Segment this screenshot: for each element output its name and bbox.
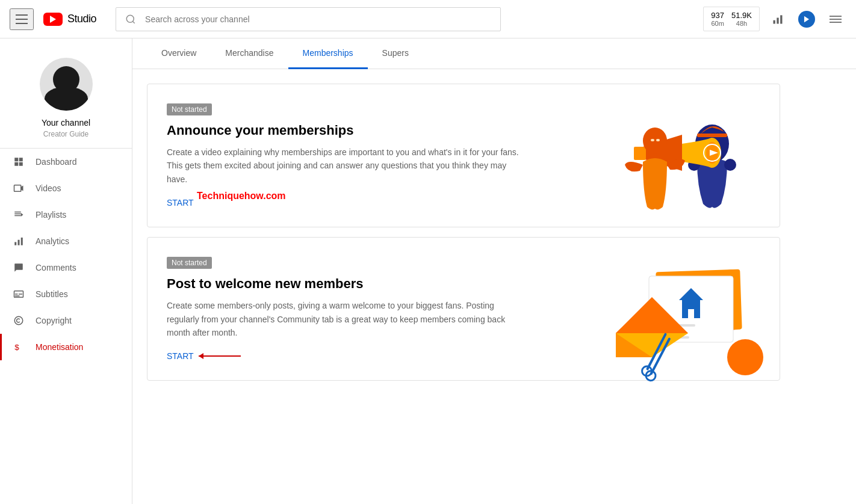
sidebar: Your channel Creator Guide Dashboard	[0, 38, 132, 504]
svg-rect-6	[830, 19, 842, 20]
sidebar-item-comments[interactable]: Comments	[0, 254, 132, 281]
svg-rect-19	[18, 240, 20, 245]
card-welcome-content: Not started Post to welcome new members …	[167, 257, 528, 361]
search-bar	[116, 7, 501, 31]
svg-text:$: $	[14, 343, 19, 352]
svg-point-0	[126, 15, 134, 22]
start-arrow-annotation: START	[167, 351, 528, 361]
layout: Your channel Creator Guide Dashboard	[0, 38, 856, 504]
card-announce-start[interactable]: START	[167, 198, 194, 207]
stat-views-value: 937	[711, 11, 724, 20]
svg-rect-12	[14, 185, 21, 192]
svg-rect-16	[14, 215, 21, 217]
card-welcome-start[interactable]: START	[167, 351, 194, 361]
card-welcome-desc: Create some members-only posts, giving a…	[167, 299, 528, 339]
svg-rect-22	[15, 293, 18, 295]
sidebar-item-subtitles[interactable]: Subtitles	[0, 281, 132, 307]
header: Studio 937 60m 51.9K 48h	[0, 0, 856, 38]
sidebar-item-videos[interactable]: Videos	[0, 175, 132, 201]
svg-rect-20	[21, 238, 23, 245]
card-announce-badge: Not started	[167, 103, 212, 115]
illustration-welcome	[592, 261, 760, 357]
hamburger-button[interactable]	[10, 8, 34, 30]
svg-rect-11	[19, 162, 23, 166]
svg-rect-2	[777, 17, 778, 23]
card-welcome: Not started Post to welcome new members …	[147, 237, 780, 381]
main-content: Overview Merchandise Memberships Supers …	[132, 38, 856, 504]
svg-rect-10	[14, 162, 18, 166]
youtube-icon	[43, 13, 63, 26]
sidebar-item-analytics[interactable]: Analytics	[0, 228, 132, 254]
svg-point-36	[643, 128, 667, 154]
sidebar-label-analytics: Analytics	[36, 236, 69, 246]
card-announce-desc: Create a video explaining why membership…	[167, 146, 528, 186]
cards-container: Not started Announce your memberships Cr…	[132, 69, 795, 395]
sidebar-item-monetisation[interactable]: $ Monetisation	[0, 334, 132, 360]
comment-icon	[11, 260, 26, 275]
svg-rect-9	[19, 158, 23, 161]
red-arrow-annotation	[199, 351, 247, 361]
stat-subs-label: 48h	[736, 20, 747, 27]
stat-views: 937 60m	[711, 11, 724, 27]
svg-rect-28	[697, 134, 727, 137]
sidebar-label-monetisation: Monetisation	[36, 342, 83, 352]
channel-icon-button[interactable]	[796, 8, 817, 30]
svg-rect-15	[14, 214, 21, 215]
watermark-1: Techniquehow.com	[197, 191, 286, 201]
bar-chart-icon	[11, 234, 26, 248]
tab-memberships[interactable]: Memberships	[288, 38, 368, 69]
svg-rect-7	[830, 22, 842, 23]
dollar-icon: $	[11, 340, 26, 354]
sidebar-nav: Dashboard Videos	[0, 149, 132, 360]
stat-subs: 51.9K 48h	[731, 11, 752, 27]
svg-point-50	[727, 339, 763, 375]
svg-point-25	[14, 316, 23, 325]
card-welcome-title: Post to welcome new members	[167, 276, 528, 292]
illustration-announce	[592, 108, 760, 204]
svg-rect-14	[14, 212, 21, 213]
svg-point-49	[644, 369, 658, 383]
tabs-bar: Overview Merchandise Memberships Supers	[132, 38, 856, 69]
channel-section: Your channel Creator Guide	[0, 43, 132, 149]
tab-merchandise[interactable]: Merchandise	[211, 38, 288, 69]
search-icon	[116, 8, 145, 31]
stat-views-label: 60m	[711, 20, 724, 27]
menu-button[interactable]	[825, 8, 846, 30]
list-icon	[11, 207, 26, 222]
avatar-body	[45, 87, 88, 111]
stats-box: 937 60m 51.9K 48h	[703, 7, 760, 31]
tab-overview[interactable]: Overview	[147, 38, 211, 69]
svg-rect-24	[15, 295, 20, 297]
logo[interactable]: Studio	[43, 13, 96, 26]
svg-point-30	[724, 159, 736, 171]
creator-guide: Creator Guide	[43, 130, 88, 138]
analytics-icon-button[interactable]	[767, 8, 789, 30]
sidebar-item-playlists[interactable]: Playlists	[0, 201, 132, 228]
svg-rect-18	[14, 242, 16, 245]
copyright-icon	[11, 313, 26, 328]
search-input[interactable]	[145, 14, 500, 24]
svg-rect-38	[656, 139, 660, 141]
video-icon	[11, 181, 26, 195]
sidebar-item-dashboard[interactable]: Dashboard	[0, 149, 132, 175]
card-announce-content: Not started Announce your memberships Cr…	[167, 103, 528, 207]
svg-rect-3	[780, 15, 782, 23]
sidebar-label-subtitles: Subtitles	[36, 289, 68, 299]
card-announce-title: Announce your memberships	[167, 123, 528, 138]
sidebar-label-playlists: Playlists	[36, 210, 66, 220]
card-announce: Not started Announce your memberships Cr…	[147, 84, 780, 227]
sidebar-label-videos: Videos	[36, 183, 61, 193]
card-welcome-badge: Not started	[167, 257, 212, 269]
grid-icon	[11, 155, 26, 169]
svg-rect-8	[14, 158, 18, 161]
sidebar-item-copyright[interactable]: Copyright	[0, 307, 132, 334]
header-left: Studio	[10, 8, 96, 30]
svg-rect-5	[830, 16, 842, 17]
sidebar-label-copyright: Copyright	[36, 316, 72, 325]
svg-rect-23	[19, 293, 22, 295]
channel-name: Your channel	[42, 118, 90, 128]
svg-rect-31	[634, 147, 646, 160]
avatar	[40, 58, 93, 111]
svg-marker-17	[21, 213, 23, 217]
tab-supers[interactable]: Supers	[368, 38, 423, 69]
